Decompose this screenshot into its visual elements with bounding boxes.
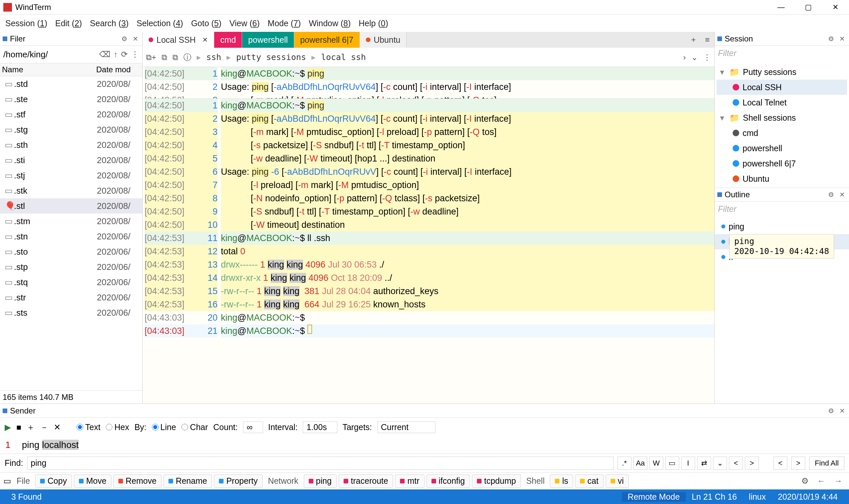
find-next-button[interactable]: > (791, 456, 805, 470)
session-group[interactable]: ▾📁Shell sessions (717, 110, 847, 125)
filer-row[interactable]: ▭.stk2020/08/ (0, 183, 142, 198)
find-opt-button[interactable]: I (681, 456, 695, 470)
filer-row[interactable]: ▭.str2020/06/ (0, 290, 142, 305)
quick-Copy[interactable]: Copy (35, 474, 72, 488)
filer-row[interactable]: ▭.std2020/08/ (0, 76, 142, 91)
session-item[interactable]: cmd (717, 125, 847, 141)
filer-row[interactable]: ▭.stq2020/06/ (0, 274, 142, 290)
find-opt-button[interactable]: Aa (633, 456, 647, 470)
quick-vi[interactable]: vi (606, 474, 629, 488)
filer-row[interactable]: ▭.ste2020/08/ (0, 91, 142, 107)
quickbar-icon[interactable]: ▭ (3, 476, 11, 486)
interval-input[interactable]: 1.00s (303, 421, 337, 433)
quick-Move[interactable]: Move (74, 474, 111, 488)
menu-window[interactable]: Window (8) (307, 17, 352, 30)
gear-icon[interactable]: ⚙ (120, 35, 129, 43)
session-item[interactable]: Ubuntu (717, 171, 847, 186)
filer-list[interactable]: ▭.std2020/08/▭.ste2020/08/▭.stf2020/08/▭… (0, 76, 142, 390)
path-text[interactable]: /home/king/ (3, 49, 96, 60)
info-icon[interactable]: ⓘ (183, 52, 191, 63)
col-date[interactable]: Date mod (96, 65, 142, 74)
find-prev-button[interactable]: < (773, 456, 787, 470)
maximize-button[interactable]: ▢ (795, 0, 822, 15)
clear-icon[interactable]: ⌫ (99, 50, 110, 59)
new-tab-icon[interactable]: ⧉+ (146, 53, 156, 62)
dup-icon[interactable]: ⧉ (173, 53, 178, 62)
find-opt-button[interactable]: ⇄ (697, 456, 711, 470)
find-opt-button[interactable]: > (745, 456, 759, 470)
text-radio[interactable]: Text (77, 422, 101, 432)
quick-Property[interactable]: Property (214, 474, 262, 488)
menu-session[interactable]: Session (1) (4, 17, 49, 30)
find-opt-button[interactable]: ⌄ (713, 456, 727, 470)
quick-ls[interactable]: ls (550, 474, 573, 488)
new-tab-icon[interactable]: + (686, 32, 700, 48)
session-item[interactable]: powershell 6|7 (717, 156, 847, 171)
remove-icon[interactable]: － (40, 422, 49, 433)
menu-goto[interactable]: Goto (5) (190, 17, 223, 30)
minimize-button[interactable]: — (767, 0, 795, 15)
filer-row[interactable]: ▭.sto2020/06/ (0, 244, 142, 259)
copy-icon[interactable]: ⧉ (162, 53, 167, 62)
outline-item[interactable]: llping2020-10-19 04:42:48 (715, 234, 849, 249)
session-filter[interactable]: Filter (715, 46, 849, 63)
up-icon[interactable]: ↑ (114, 50, 118, 59)
filer-row[interactable]: ▭.sti2020/08/ (0, 152, 142, 168)
menu-edit[interactable]: Edit (2) (54, 17, 83, 30)
filer-row[interactable]: ▭.stm2020/08/ (0, 214, 142, 229)
count-input[interactable]: ∞ (243, 421, 263, 433)
quickbar-nav-icon[interactable]: ⚙ (798, 476, 812, 486)
crumb-0[interactable]: ssh (206, 52, 221, 62)
refresh-icon[interactable]: ⟳ (121, 50, 128, 59)
menu-search[interactable]: Search (3) (89, 17, 130, 30)
session-tree[interactable]: ▾📁Putty sessionsLocal SSHLocal Telnet▾📁S… (715, 63, 849, 188)
tab-powershell[interactable]: powershell (242, 32, 294, 48)
close-icon[interactable]: ✕ (838, 191, 846, 199)
tab-menu-icon[interactable]: ≡ (700, 32, 715, 48)
gear-icon[interactable]: ⚙ (827, 35, 835, 43)
filer-row[interactable]: ▭.stj2020/08/ (0, 168, 142, 183)
quick-ping[interactable]: ping (304, 474, 337, 488)
crumb-1[interactable]: putty sessions (236, 52, 306, 62)
filer-row[interactable]: ▭.stn2020/06/ (0, 229, 142, 244)
quick-mtr[interactable]: mtr (395, 474, 424, 488)
filer-row[interactable]: ▭.stp2020/06/ (0, 259, 142, 274)
session-item[interactable]: Local Telnet (717, 95, 847, 110)
outline-list[interactable]: pingllping2020-10-19 04:42:48.. (715, 219, 849, 403)
char-radio[interactable]: Char (181, 422, 208, 432)
line-radio[interactable]: Line (152, 422, 176, 432)
session-item[interactable]: Local SSH (717, 79, 847, 95)
dropdown-icon[interactable]: ⌄ (691, 53, 698, 62)
menu-help[interactable]: Help (0) (358, 17, 390, 30)
quickbar-nav-icon[interactable]: → (831, 476, 846, 486)
sender-editor[interactable]: 1 ping localhost (0, 436, 849, 454)
session-group[interactable]: ▾📁Putty sessions (717, 64, 847, 79)
session-item[interactable]: powershell (717, 141, 847, 156)
quick-Remove[interactable]: Remove (113, 474, 162, 488)
outline-filter[interactable]: Filter (715, 202, 849, 219)
find-input[interactable] (27, 456, 614, 470)
col-name[interactable]: Name (0, 65, 96, 74)
find-opt-button[interactable]: ▭ (665, 456, 679, 470)
filer-row[interactable]: ▭.stg2020/08/ (0, 122, 142, 137)
quickbar-nav-icon[interactable]: ← (814, 476, 829, 486)
hex-radio[interactable]: Hex (106, 422, 129, 432)
quick-traceroute[interactable]: traceroute (339, 474, 393, 488)
quick-ifconfig[interactable]: ifconfig (427, 474, 470, 488)
status-mode[interactable]: Remote Mode (622, 492, 686, 502)
find-opt-button[interactable]: W (649, 456, 663, 470)
quick-tcpdump[interactable]: tcpdump (472, 474, 521, 488)
menu-view[interactable]: View (6) (228, 17, 261, 30)
targets-select[interactable]: Current (377, 421, 435, 433)
filer-row[interactable]: 🎈.stl2020/08/ (0, 198, 142, 214)
menu-icon[interactable]: ⋮ (703, 53, 711, 62)
filer-row[interactable]: ▭.sts2020/06/ (0, 305, 142, 320)
next-icon[interactable]: › (683, 53, 686, 62)
more-icon[interactable]: ⋮ (131, 50, 139, 59)
close-icon[interactable]: ✕ (838, 35, 846, 43)
tab-Ubuntu[interactable]: Ubuntu (360, 32, 407, 48)
gear-icon[interactable]: ⚙ (827, 191, 835, 199)
find-all-button[interactable]: Find All (809, 456, 844, 470)
gear-icon[interactable]: ⚙ (827, 407, 835, 415)
find-opt-button[interactable]: < (729, 456, 743, 470)
